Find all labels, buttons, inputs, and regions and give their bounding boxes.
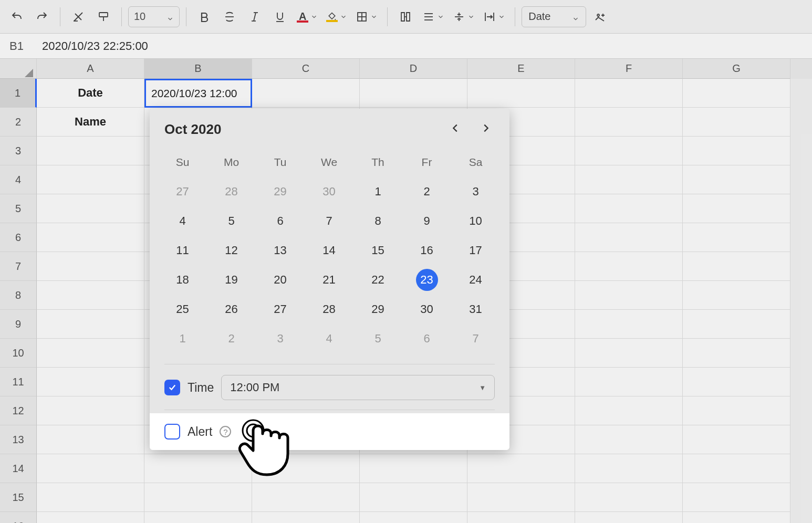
calendar-day[interactable]: 24 [451,265,500,295]
cell-F14[interactable] [575,454,683,483]
cell-A12[interactable] [37,396,144,425]
merge-cells-button[interactable] [394,5,417,28]
calendar-day[interactable]: 29 [353,295,402,324]
cell-F7[interactable] [575,252,683,281]
calendar-day[interactable]: 3 [256,324,305,353]
calendar-day[interactable]: 23 [402,265,451,295]
cell-G16[interactable] [683,512,790,523]
calendar-day[interactable]: 20 [256,265,305,295]
cell-C1[interactable] [252,79,360,108]
cell-C14[interactable] [252,454,360,483]
row-header[interactable]: 16 [0,512,37,523]
cell-A2[interactable]: Name [37,108,144,137]
underline-button[interactable] [268,5,292,28]
column-header-E[interactable]: E [467,59,575,79]
cell-F8[interactable] [575,281,683,310]
cell-F9[interactable] [575,310,683,339]
row-header[interactable]: 6 [0,223,37,252]
cell-E14[interactable] [467,454,575,483]
cell-G2[interactable] [683,108,790,137]
cell-F10[interactable] [575,339,683,368]
calendar-day[interactable]: 9 [402,206,451,236]
calendar-day[interactable]: 17 [451,236,500,265]
clear-format-button[interactable] [67,5,90,28]
next-month-button[interactable] [477,119,495,139]
cell-G1[interactable] [683,79,790,108]
calendar-day[interactable]: 26 [207,295,256,324]
cell-E16[interactable] [467,512,575,523]
calendar-day[interactable]: 13 [256,236,305,265]
undo-button[interactable] [5,5,28,28]
row-header[interactable]: 14 [0,454,37,483]
calendar-day[interactable]: 25 [158,295,207,324]
calendar-day[interactable]: 3 [451,177,500,206]
calendar-day[interactable]: 8 [353,206,402,236]
cell-D15[interactable] [360,483,467,512]
cell-E1[interactable] [467,79,575,108]
cell-B14[interactable] [144,454,252,483]
prev-month-button[interactable] [446,119,464,139]
cell-A7[interactable] [37,252,144,281]
calendar-day[interactable]: 2 [402,177,451,206]
cell-G4[interactable] [683,165,790,194]
name-box[interactable]: B1 [0,39,37,53]
cell-G15[interactable] [683,483,790,512]
cell-F2[interactable] [575,108,683,137]
calendar-day[interactable]: 28 [207,177,256,206]
column-header-F[interactable]: F [575,59,683,79]
borders-button[interactable] [352,5,381,28]
cell-G6[interactable] [683,223,790,252]
calendar-day[interactable]: 5 [207,206,256,236]
alert-checkbox[interactable] [164,424,180,440]
cell-C15[interactable] [252,483,360,512]
strikethrough-button[interactable] [218,5,241,28]
cell-A14[interactable] [37,454,144,483]
time-checkbox[interactable] [164,380,180,395]
cell-A3[interactable] [37,137,144,165]
calendar-day[interactable]: 31 [451,295,500,324]
italic-button[interactable] [243,5,266,28]
bold-button[interactable] [193,5,216,28]
row-header[interactable]: 12 [0,396,37,425]
row-header[interactable]: 10 [0,339,37,368]
calendar-day[interactable]: 10 [451,206,500,236]
cell-G11[interactable] [683,368,790,396]
cell-B1[interactable]: 2020/10/23 12:00 [144,79,252,108]
number-format-select[interactable]: Date [522,6,586,27]
cell-F15[interactable] [575,483,683,512]
cell-G3[interactable] [683,137,790,165]
cell-D14[interactable] [360,454,467,483]
row-header[interactable]: 8 [0,281,37,310]
cell-B15[interactable] [144,483,252,512]
text-wrap-button[interactable] [480,5,508,28]
cell-D1[interactable] [360,79,467,108]
row-header[interactable]: 5 [0,194,37,223]
column-header-G[interactable]: G [683,59,790,79]
calendar-day[interactable]: 11 [158,236,207,265]
cell-G14[interactable] [683,454,790,483]
row-header[interactable]: 3 [0,137,37,165]
horizontal-align-button[interactable] [419,5,447,28]
insert-object-button[interactable] [588,5,611,28]
row-header[interactable]: 1 [0,79,37,108]
font-color-button[interactable]: A [294,5,321,28]
cell-F6[interactable] [575,223,683,252]
column-header-C[interactable]: C [252,59,360,79]
calendar-day[interactable]: 16 [402,236,451,265]
row-header[interactable]: 15 [0,483,37,512]
calendar-day[interactable]: 6 [256,206,305,236]
cell-A5[interactable] [37,194,144,223]
cell-G9[interactable] [683,310,790,339]
cell-A6[interactable] [37,223,144,252]
redo-button[interactable] [30,5,54,28]
cell-A13[interactable] [37,425,144,454]
formula-input[interactable]: 2020/10/23 22:25:00 [37,39,148,53]
cell-F11[interactable] [575,368,683,396]
cell-A8[interactable] [37,281,144,310]
calendar-day[interactable]: 4 [305,324,353,353]
cell-A10[interactable] [37,339,144,368]
calendar-day[interactable]: 22 [353,265,402,295]
cell-B16[interactable] [144,512,252,523]
row-header[interactable]: 7 [0,252,37,281]
cell-F4[interactable] [575,165,683,194]
